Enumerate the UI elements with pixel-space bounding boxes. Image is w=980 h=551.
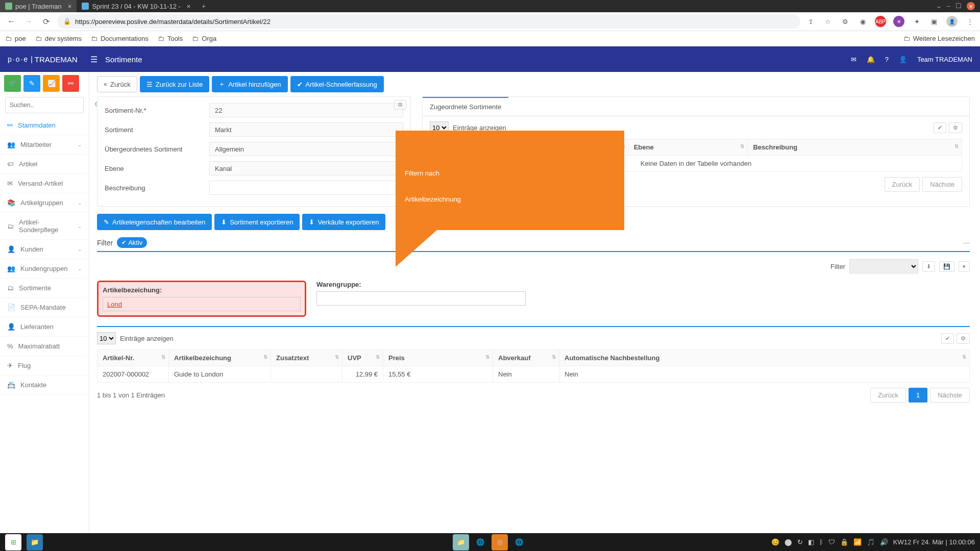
table-header[interactable]: UVP⇅ [342, 350, 383, 366]
check-icon[interactable]: ✔ [941, 333, 954, 344]
tray-icon[interactable]: 🛡 [828, 538, 835, 546]
sidebar-item[interactable]: 🗂Sortimente [0, 279, 89, 298]
export-sortiment-button[interactable]: ⬇ Sortiment exportieren [214, 214, 300, 230]
export-sales-button[interactable]: ⬇ Verkäufe exportieren [302, 214, 385, 230]
sidebar-item[interactable]: ✈Flug [0, 356, 89, 375]
sidebar-item[interactable]: 👥Mitarbeiter⌄ [0, 135, 89, 155]
filemanager-icon[interactable]: 📁 [27, 534, 43, 550]
table-header[interactable]: Beschreibung⇅ [748, 139, 962, 156]
sidebar-search[interactable]: 🔍 [5, 97, 84, 113]
menu-toggle-icon[interactable]: ☰ [90, 55, 97, 64]
side-panel-icon[interactable]: ▣ [929, 18, 939, 26]
clock-text[interactable]: KW12 Fr 24. Mär | 10:00:06 [893, 538, 975, 546]
download-icon[interactable]: ⬇ [922, 261, 935, 272]
action-button-cart[interactable]: 🛒 [4, 75, 21, 92]
filter-select[interactable] [849, 259, 918, 273]
browser-tab-active[interactable]: poe | Trademan × [0, 0, 77, 12]
user-name[interactable]: Team TRADEMAN [917, 56, 972, 63]
next-page-button[interactable]: Nächste [922, 177, 962, 192]
chrome-icon[interactable]: 🌐 [472, 534, 488, 550]
gear-icon[interactable]: ⚙ [949, 122, 962, 133]
page-size-select[interactable]: 10 [97, 332, 116, 344]
bell-icon[interactable]: 🔔 [867, 56, 875, 63]
close-icon[interactable]: × [187, 3, 191, 10]
more-icon[interactable]: ▾ [959, 261, 970, 272]
add-article-button[interactable]: ＋ Artikel hinzufügen [212, 76, 287, 92]
prev-page-button[interactable]: Zurück [885, 177, 920, 192]
maximize-icon[interactable]: ☐ [955, 2, 962, 10]
ebene-field[interactable]: Kanal [209, 161, 403, 176]
menu-icon[interactable]: ⋮ [965, 18, 975, 26]
table-header[interactable]: Preis⇅ [383, 350, 493, 366]
action-button-chart[interactable]: 📈 [43, 75, 60, 92]
more-bookmarks[interactable]: 🗀Weitere Lesezeichen [903, 35, 975, 42]
sidebar-item[interactable]: ⚯Stammdaten [0, 116, 89, 135]
chevron-down-icon[interactable]: ⌄ [936, 2, 942, 10]
tray-icon[interactable]: ◧ [808, 538, 814, 546]
table-header[interactable]: Artikel-Nr.⇅ [97, 350, 169, 366]
save-icon[interactable]: 💾 [939, 261, 954, 272]
page-number[interactable]: 1 [909, 388, 927, 403]
user-icon[interactable]: 👤 [899, 56, 907, 63]
sortiment-nr-field[interactable]: 22 [209, 103, 403, 117]
table-header[interactable]: Ebene⇅ [628, 139, 748, 156]
sidebar-item[interactable]: 👥Kundengruppen⌄ [0, 259, 89, 279]
action-button-edit[interactable]: ✎ [23, 75, 40, 92]
next-page-button[interactable]: Nächste [930, 388, 970, 403]
filter-active-badge[interactable]: ✔ Aktiv [117, 237, 147, 248]
tray-icon[interactable]: ↻ [797, 538, 803, 546]
description-field[interactable] [209, 181, 403, 195]
sortiment-field[interactable]: Markt [209, 122, 403, 137]
parent-sortiment-field[interactable]: Allgemein [209, 142, 403, 156]
quick-entry-button[interactable]: ✔ Artikel-Schnellerfassung [290, 76, 384, 92]
edit-properties-button[interactable]: ✎ Artikeleigenschaften bearbeiten [97, 214, 212, 230]
sidebar-item[interactable]: 📚Artikelgruppen⌄ [0, 193, 89, 213]
sidebar-item[interactable]: 🏷Artikel [0, 155, 89, 174]
bookmark-item[interactable]: 🗀dev systems [35, 35, 82, 42]
forward-icon[interactable]: → [22, 17, 35, 26]
obs-icon[interactable]: ◎ [492, 534, 508, 550]
extensions-icon[interactable]: ✦ [912, 18, 922, 26]
help-icon[interactable]: ? [885, 56, 889, 63]
extension-abp[interactable]: ABP [875, 16, 886, 27]
sidebar-item[interactable]: 📄SEPA-Mandate [0, 298, 89, 317]
reload-icon[interactable]: ⟳ [40, 17, 52, 27]
minimize-icon[interactable]: – [947, 2, 950, 10]
bookmark-item[interactable]: 🗀Documentations [91, 35, 149, 42]
sidebar-item[interactable]: 👤Kunden⌄ [0, 240, 89, 259]
chrome-icon[interactable]: 🌐 [511, 534, 527, 550]
table-header[interactable]: Artikelbezeichung⇅ [169, 350, 271, 366]
bluetooth-icon[interactable]: ᛒ [819, 538, 823, 546]
back-to-list-button[interactable]: ☰ Zurück zur Liste [140, 76, 209, 92]
profile-avatar[interactable]: 👤 [946, 16, 958, 27]
back-icon[interactable]: ← [5, 17, 17, 26]
action-button-share[interactable]: ⚯ [62, 75, 79, 92]
taskbar-app-icon[interactable]: 📁 [453, 534, 469, 550]
gear-icon[interactable]: ⚙ [957, 333, 970, 344]
eye-icon[interactable]: ◉ [857, 18, 868, 26]
table-header[interactable]: Automatische Nachbestellung⇅ [559, 350, 970, 366]
warengruppe-input[interactable] [316, 291, 526, 306]
tray-icon[interactable]: 😊 [771, 538, 779, 546]
search-input[interactable] [6, 102, 90, 109]
back-button[interactable]: « Zurück [97, 76, 137, 92]
sidebar-item[interactable]: %Maximalrabatt [0, 337, 89, 356]
start-menu-icon[interactable]: ⊞ [5, 534, 21, 550]
share-icon[interactable]: ⇪ [805, 18, 816, 26]
volume-icon[interactable]: 🔊 [880, 538, 888, 546]
sound-icon[interactable]: 🎵 [867, 538, 875, 546]
sidebar-item[interactable]: 👤Lieferanten [0, 317, 89, 337]
article-name-input[interactable] [103, 297, 301, 311]
card-tab[interactable]: Zugeordnete Sortimente [423, 97, 508, 116]
close-icon[interactable]: × [68, 3, 72, 10]
gear-icon[interactable]: ⚙ [840, 18, 850, 26]
table-row[interactable]: 202007-000002 Guide to London 12,99 € 15… [97, 366, 970, 383]
extension-icon[interactable]: ✳ [893, 16, 904, 27]
sidebar-item[interactable]: 🗂Artikel-Sonderpflege⌄ [0, 213, 89, 240]
network-icon[interactable]: 📶 [853, 538, 862, 546]
bookmark-item[interactable]: 🗀poe [5, 35, 26, 42]
url-input[interactable]: 🔒 https://poereview.poslive.de/masterdat… [57, 14, 800, 29]
bookmark-item[interactable]: 🗀Orga [192, 35, 216, 42]
sidebar-item[interactable]: ✉Versand-Artikel [0, 174, 89, 193]
bookmark-item[interactable]: 🗀Tools [158, 35, 183, 42]
